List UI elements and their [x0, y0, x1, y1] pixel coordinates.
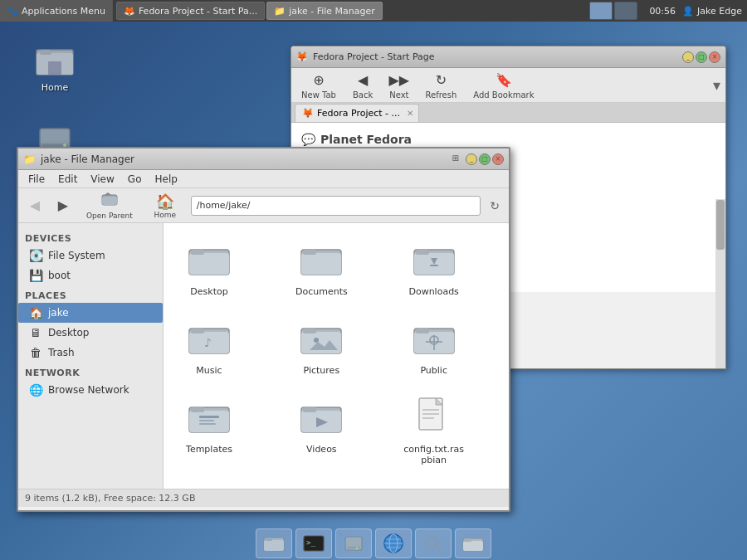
svg-rect-24: [301, 332, 341, 353]
browser-scrollbar-thumb[interactable]: [716, 200, 725, 250]
tab-filemanager[interactable]: 📁 jake - File Manager: [266, 2, 383, 20]
svg-rect-29: [416, 329, 429, 334]
applications-menu-button[interactable]: 🐾 Applications Menu: [0, 0, 113, 22]
fm-forward-btn[interactable]: ▶: [51, 194, 75, 217]
browser-tab-main[interactable]: 🦊 Fedora Project - ... ✕: [295, 104, 419, 122]
fm-maximize-btn[interactable]: □: [479, 153, 491, 165]
back-icon: ◀: [354, 71, 372, 89]
browser-maximize-btn[interactable]: □: [696, 51, 707, 63]
svg-rect-3: [48, 61, 61, 75]
file-name-pictures: Pictures: [304, 365, 340, 376]
fm-open-parent-btn[interactable]: Open Parent: [80, 189, 139, 222]
fm-minimize-btn[interactable]: _: [466, 153, 477, 165]
svg-rect-11: [191, 250, 204, 255]
file-item-public[interactable]: Public: [397, 310, 471, 381]
file-item-videos[interactable]: Videos: [284, 389, 359, 470]
file-item-documents[interactable]: Documents: [284, 231, 359, 302]
sidebar-places-label: PLACES: [18, 285, 163, 303]
fm-menu-edit[interactable]: Edit: [51, 172, 84, 187]
workspace-1-btn[interactable]: [589, 2, 613, 20]
next-icon: ▶▶: [390, 71, 408, 89]
apps-menu-icon: 🐾: [7, 6, 18, 17]
browser-win-controls: _ □ ×: [682, 51, 720, 63]
browser-app-icon: 🦊: [296, 51, 308, 62]
desktop-home-icon[interactable]: Home: [25, 37, 85, 96]
file-item-pictures[interactable]: Pictures: [284, 310, 359, 381]
fm-home-btn[interactable]: 🏠 Home: [144, 191, 186, 221]
file-item-music[interactable]: ♪ Music: [172, 310, 247, 381]
filemanager-title-label: jake - File Manager: [41, 153, 134, 165]
dock-files-btn[interactable]: [256, 528, 292, 558]
browser-tab-label: Fedora Project - ...: [317, 108, 400, 119]
fm-menu-help[interactable]: Help: [148, 172, 183, 187]
add-bookmark-button[interactable]: 🔖 Add Bookmark: [468, 69, 539, 101]
back-button[interactable]: ◀ Back: [348, 69, 378, 101]
fedora-logo-icon: 💬: [301, 133, 315, 146]
sidebar-item-browse-network[interactable]: 🌐 Browse Network: [18, 380, 163, 400]
file-item-desktop[interactable]: Desktop: [172, 231, 247, 302]
browser-menu-btn[interactable]: ▾: [713, 76, 720, 94]
user-name-label: Jake Edge: [697, 6, 742, 17]
browser-scrollbar[interactable]: [715, 199, 725, 368]
folder-videos-icon: [298, 394, 344, 441]
svg-rect-52: [347, 547, 360, 548]
fm-resize-handle[interactable]: ⊞: [447, 153, 464, 165]
refresh-button[interactable]: ↻ Refresh: [421, 69, 462, 101]
network-icon: 🌐: [28, 382, 43, 397]
folder-documents-icon: [298, 236, 344, 283]
browser-tab-close[interactable]: ✕: [407, 109, 413, 118]
jake-folder-icon: 🏠: [28, 305, 43, 320]
dock-storage-btn[interactable]: [335, 528, 372, 558]
filemanager-toolbar: ◀ ▶ Open Parent 🏠 Home /home/jake/: [18, 188, 509, 223]
svg-text:>_: >_: [306, 538, 315, 547]
home-nav-icon: 🏠: [156, 192, 174, 210]
desktop: 🐾 Applications Menu 🦊 Fedora Project - S…: [0, 0, 747, 560]
new-tab-button[interactable]: ⊕ New Tab: [296, 69, 341, 101]
svg-rect-2: [40, 50, 51, 55]
file-item-templates[interactable]: Templates: [172, 389, 247, 470]
browser-close-btn[interactable]: ×: [709, 51, 720, 63]
folder-templates-icon: [186, 394, 232, 441]
sidebar-item-boot[interactable]: 💾 boot: [18, 265, 163, 285]
text-file-icon: [411, 394, 457, 441]
sidebar-item-desktop[interactable]: 🖥 Desktop: [18, 323, 163, 343]
tab-browser[interactable]: 🦊 Fedora Project - Start Pa...: [116, 2, 265, 20]
fm-menu-file[interactable]: File: [22, 172, 51, 187]
file-name-videos: Videos: [306, 444, 337, 455]
svg-text:♪: ♪: [204, 336, 212, 349]
svg-rect-8: [102, 197, 117, 205]
desktop-sidebar-icon: 🖥: [28, 325, 43, 340]
sidebar-item-filesystem[interactable]: 💽 File System: [18, 246, 163, 265]
new-tab-icon: ⊕: [310, 71, 328, 89]
browser-minimize-btn[interactable]: _: [682, 51, 694, 63]
jake-label: jake: [48, 307, 69, 319]
svg-rect-62: [463, 541, 483, 551]
planet-fedora-title: 💬 Planet Fedora: [301, 133, 715, 146]
dock-browser-btn[interactable]: [375, 528, 412, 558]
dock-search-btn[interactable]: [415, 528, 452, 558]
browser-toolbar: ⊕ New Tab ◀ Back ▶▶ Next ↻ Refresh 🔖 Add…: [291, 68, 725, 103]
dock-folder-btn[interactable]: [455, 528, 491, 558]
sidebar-item-jake[interactable]: 🏠 jake: [18, 303, 163, 323]
fm-address-bar[interactable]: /home/jake/: [191, 196, 481, 216]
folder-public-icon: [411, 315, 457, 362]
fm-back-btn[interactable]: ◀: [23, 194, 46, 217]
fm-menu-view[interactable]: View: [84, 172, 120, 187]
window-tabs: 🦊 Fedora Project - Start Pa... 📁 jake - …: [113, 0, 586, 22]
file-item-downloads[interactable]: Downloads: [397, 231, 471, 302]
statusbar-text: 9 items (1.2 kB), Free space: 12.3 GB: [25, 493, 195, 504]
file-name-config: config.txt.raspbian: [402, 444, 466, 465]
sidebar-item-trash[interactable]: 🗑 Trash: [18, 343, 163, 363]
fm-refresh-btn[interactable]: ↻: [486, 197, 504, 215]
dock-terminal-btn[interactable]: >_: [295, 528, 332, 558]
open-parent-label: Open Parent: [86, 212, 133, 220]
filemanager-menubar: File Edit View Go Help: [18, 170, 509, 188]
svg-point-53: [356, 548, 359, 550]
filemanager-icon: 📁: [23, 153, 36, 165]
svg-rect-25: [303, 329, 316, 334]
workspace-2-btn[interactable]: [614, 2, 637, 20]
fm-close-btn[interactable]: ×: [492, 153, 504, 165]
file-item-config[interactable]: config.txt.raspbian: [397, 389, 471, 470]
next-button[interactable]: ▶▶ Next: [384, 69, 413, 101]
fm-menu-go[interactable]: Go: [121, 172, 149, 187]
